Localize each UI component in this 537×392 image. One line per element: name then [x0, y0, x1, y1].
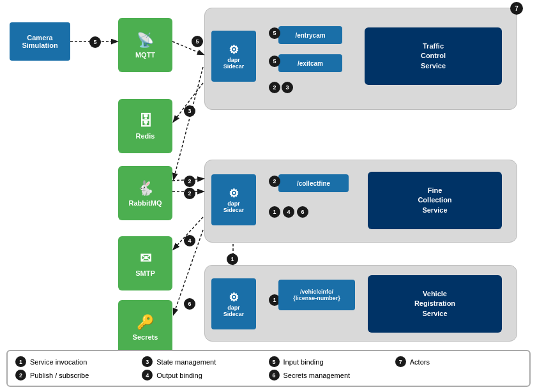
badge-4-fine: 4 [283, 206, 294, 218]
badge-1-service-invoke: 1 [227, 253, 238, 265]
badge-2-rabbitmq-1: 2 [184, 176, 195, 187]
dapr-icon-1: ⚙ [229, 43, 239, 57]
secrets-box: 🔑 Secrets [118, 300, 172, 354]
badge-2-collectfine: 2 [269, 176, 280, 187]
legend-item-2: 2 Publish / subscribe [15, 370, 142, 381]
badge-3-redis: 3 [184, 105, 195, 117]
redis-box: 🗄 Redis [118, 99, 172, 153]
vehicleinfo-label: /vehicleinfo/ {license-number} [293, 289, 340, 301]
camera-simulation-box: Camera Simulation [10, 22, 70, 61]
mqtt-box: 📡 MQTT [118, 18, 172, 72]
legend: 1 Service invocation 3 State management … [6, 350, 531, 387]
legend-badge-3: 3 [142, 356, 153, 367]
badge-5-camera-mqtt: 5 [89, 36, 101, 48]
fine-collection-service: Fine Collection Service [368, 172, 502, 229]
legend-item-1: 1 Service invocation [15, 356, 142, 367]
vehicleinfo-endpoint: /vehicleinfo/ {license-number} [278, 280, 355, 310]
fine-collection-label: Fine Collection Service [418, 186, 451, 215]
legend-badge-6: 6 [269, 370, 280, 381]
dapr-sidecar-1: ⚙ daprSidecar [211, 31, 256, 82]
fine-collection-container: ⚙ daprSidecar /collectfine Fine Collecti… [204, 160, 517, 243]
legend-item-empty [395, 370, 522, 381]
badge-7: 7 [510, 2, 523, 15]
secrets-icon: 🔑 [137, 314, 154, 331]
badge-3-traffic: 3 [282, 82, 293, 93]
legend-label-2: Publish / subscribe [30, 372, 89, 379]
legend-item-5: 5 Input binding [269, 356, 395, 367]
camera-sim-label: Camera Simulation [22, 34, 57, 49]
collectfine-label: /collectfine [297, 180, 330, 187]
badge-6-secrets: 6 [184, 298, 195, 310]
legend-badge-7: 7 [395, 356, 406, 367]
smtp-box: ✉ SMTP [118, 236, 172, 290]
badge-5-mqtt: 5 [192, 36, 203, 47]
legend-badge-1: 1 [15, 356, 26, 367]
legend-item-6: 6 Secrets management [269, 370, 395, 381]
legend-badge-5: 5 [269, 356, 280, 367]
legend-label-3: State management [156, 358, 216, 366]
dapr-icon-2: ⚙ [229, 186, 239, 200]
smtp-label: SMTP [135, 269, 155, 277]
legend-label-6: Secrets management [284, 372, 351, 379]
legend-badge-4: 4 [142, 370, 153, 381]
svg-line-5 [174, 67, 203, 179]
mqtt-icon: 📡 [137, 32, 154, 49]
legend-label-4: Output binding [156, 372, 202, 379]
dapr-sidecar-3: ⚙ daprSidecar [211, 278, 256, 329]
entrycam-endpoint: /entrycam [278, 26, 342, 44]
traffic-control-label: Traffic Control Service [421, 41, 446, 71]
badge-6-fine: 6 [297, 206, 308, 218]
badge-1-fine: 1 [269, 206, 280, 218]
vehicle-registration-container: ⚙ daprSidecar 1 /vehicleinfo/ {license-n… [204, 265, 517, 342]
legend-item-4: 4 Output binding [142, 370, 268, 381]
dapr-label-2: daprSidecar [223, 200, 245, 213]
badge-2-traffic: 2 [269, 82, 280, 93]
collectfine-endpoint: /collectfine [278, 174, 349, 192]
dapr-icon-3: ⚙ [229, 290, 239, 305]
legend-label-7: Actors [410, 358, 430, 366]
legend-badge-2: 2 [15, 370, 26, 381]
vehicle-registration-service: Vehicle Registration Service [368, 275, 502, 333]
rabbitmq-box: 🐇 RabbitMQ [118, 166, 172, 220]
dapr-label-3: daprSidecar [223, 305, 245, 317]
legend-item-7: 7 Actors [395, 356, 522, 367]
rabbitmq-icon: 🐇 [137, 180, 154, 197]
entrycam-label: /entrycam [295, 32, 325, 39]
legend-item-3: 3 State management [142, 356, 268, 367]
vehicle-registration-label: Vehicle Registration Service [414, 289, 455, 319]
traffic-control-service: Traffic Control Service [365, 27, 502, 85]
exitcam-label: /exitcam [298, 60, 323, 67]
redis-label: Redis [136, 132, 155, 140]
smtp-icon: ✉ [140, 250, 151, 267]
traffic-control-container: 7 ⚙ daprSidecar /entrycam /exitcam Traff… [204, 8, 517, 110]
badge-2-rabbitmq-2: 2 [184, 188, 195, 199]
rabbitmq-label: RabbitMQ [129, 199, 162, 207]
dapr-label-1: daprSidecar [223, 57, 245, 70]
badge-5-entrycam: 5 [269, 27, 280, 39]
exitcam-endpoint: /exitcam [278, 54, 342, 72]
badge-5-exitcam: 5 [269, 56, 280, 67]
dapr-sidecar-2: ⚙ daprSidecar [211, 174, 256, 225]
badge-4-smtp: 4 [184, 235, 195, 246]
mqtt-label: MQTT [135, 51, 155, 59]
legend-label-1: Service invocation [30, 358, 87, 366]
diagram-container: Camera Simulation 📡 MQTT 🗄 Redis 🐇 Rabbi… [0, 0, 537, 392]
redis-icon: 🗄 [139, 113, 153, 130]
secrets-label: Secrets [133, 333, 158, 341]
legend-label-5: Input binding [284, 358, 324, 366]
